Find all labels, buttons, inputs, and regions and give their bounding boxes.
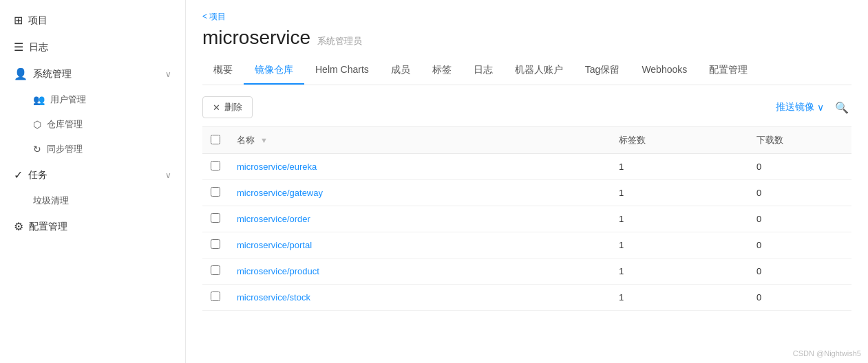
row-downloads-cell: 0 (748, 232, 851, 258)
chevron-down-icon: ∨ (165, 170, 171, 180)
toolbar-left: ✕ 删除 (202, 96, 253, 118)
breadcrumb[interactable]: < 项目 (202, 11, 851, 23)
sidebar-sub-item-label: 仓库管理 (47, 118, 83, 131)
row-checkbox-cell (202, 206, 229, 232)
row-name-cell: microservice/stock (229, 285, 611, 311)
image-name-link[interactable]: microservice/eureka (237, 162, 317, 172)
row-tags-cell: 1 (611, 206, 748, 232)
tab-log[interactable]: 日志 (463, 57, 504, 85)
sidebar-item-task[interactable]: ✓ 任务 ∨ (0, 162, 185, 188)
tab-webhooks[interactable]: Webhooks (631, 57, 698, 85)
sidebar-item-log[interactable]: ☰ 日志 (0, 34, 185, 60)
system-icon: 👤 (14, 67, 28, 80)
row-name-cell: microservice/gateway (229, 180, 611, 206)
table-row: microservice/order 1 0 (202, 206, 851, 232)
row-checkbox-cell (202, 154, 229, 180)
tab-config-mgmt[interactable]: 配置管理 (698, 57, 759, 85)
delete-button[interactable]: ✕ 删除 (202, 96, 253, 118)
image-name-link[interactable]: microservice/stock (237, 292, 310, 302)
search-icon: 🔍 (835, 102, 849, 113)
th-name: 名称 ▼ (229, 127, 611, 154)
config-icon: ⚙ (14, 220, 23, 233)
row-tags-cell: 1 (611, 285, 748, 311)
tab-mirror-repo[interactable]: 镜像仓库 (244, 57, 304, 85)
sidebar-item-label: 任务 (28, 169, 47, 182)
row-name-cell: microservice/eureka (229, 154, 611, 180)
table-row: microservice/product 1 0 (202, 258, 851, 285)
row-tags-cell: 1 (611, 154, 748, 180)
page-subtitle: 系统管理员 (317, 35, 362, 47)
search-button[interactable]: 🔍 (832, 98, 851, 117)
row-name-cell: microservice/product (229, 258, 611, 285)
tab-tag[interactable]: 标签 (421, 57, 463, 85)
sidebar-item-label: 日志 (29, 41, 48, 54)
row-tags-cell: 1 (611, 232, 748, 258)
col-name-label: 名称 (237, 134, 255, 146)
push-mirror-button[interactable]: 推送镜像 ∨ (776, 101, 824, 113)
project-icon: ⊞ (14, 14, 23, 27)
warehouse-icon: ⬡ (33, 119, 41, 130)
table-row: microservice/gateway 1 0 (202, 180, 851, 206)
row-tags-cell: 1 (611, 180, 748, 206)
image-name-link[interactable]: microservice/portal (237, 240, 312, 250)
row-checkbox[interactable] (211, 187, 220, 197)
sidebar-item-warehouse-mgmt[interactable]: ⬡ 仓库管理 (0, 112, 185, 137)
toolbar: ✕ 删除 推送镜像 ∨ 🔍 (202, 96, 851, 118)
sidebar-item-config-mgmt[interactable]: ⚙ 配置管理 (0, 213, 185, 240)
image-name-link[interactable]: microservice/order (237, 214, 310, 224)
sidebar: ⊞ 项目 ☰ 日志 👤 系统管理 ∨ 👥 用户管理 ⬡ 仓库管理 ↻ 同步管理 … (0, 0, 186, 363)
select-all-checkbox[interactable] (211, 135, 220, 144)
sidebar-item-system[interactable]: 👤 系统管理 ∨ (0, 60, 185, 87)
user-mgmt-icon: 👥 (33, 94, 45, 105)
task-icon: ✓ (14, 168, 23, 182)
delete-label: 删除 (224, 101, 242, 113)
row-checkbox[interactable] (211, 213, 220, 223)
row-checkbox[interactable] (211, 292, 220, 301)
tab-member[interactable]: 成员 (380, 57, 421, 85)
row-checkbox-cell (202, 285, 229, 311)
sidebar-item-label: 配置管理 (29, 221, 67, 233)
row-downloads-cell: 0 (748, 180, 851, 206)
filter-icon[interactable]: ▼ (260, 136, 268, 144)
chevron-down-icon: ∨ (165, 69, 171, 79)
table-row: microservice/stock 1 0 (202, 285, 851, 311)
sidebar-item-label: 项目 (28, 14, 47, 27)
row-downloads-cell: 0 (748, 285, 851, 311)
row-checkbox-cell (202, 180, 229, 206)
sidebar-item-user-mgmt[interactable]: 👥 用户管理 (0, 87, 185, 112)
sync-icon: ↻ (33, 144, 41, 155)
sidebar-sub-item-label: 同步管理 (47, 143, 83, 155)
sidebar-item-garbage-clear[interactable]: 垃圾清理 (0, 188, 185, 213)
tab-helm-charts[interactable]: Helm Charts (304, 57, 380, 85)
row-checkbox[interactable] (211, 239, 220, 249)
title-row: microservice 系统管理员 (202, 27, 851, 49)
log-icon: ☰ (14, 41, 23, 54)
sidebar-item-project[interactable]: ⊞ 项目 (0, 7, 185, 34)
row-name-cell: microservice/portal (229, 232, 611, 258)
row-checkbox[interactable] (211, 161, 220, 170)
page-title: microservice (202, 27, 310, 49)
push-label: 推送镜像 (776, 101, 814, 113)
chevron-down-icon: ∨ (817, 102, 824, 113)
watermark: CSDN @Nightwish5 (793, 349, 861, 358)
tab-bar: 概要 镜像仓库 Helm Charts 成员 标签 日志 机器人账户 Tag保留… (202, 57, 851, 85)
sidebar-item-sync-mgmt[interactable]: ↻ 同步管理 (0, 137, 185, 162)
th-checkbox (202, 127, 229, 154)
tab-robot-account[interactable]: 机器人账户 (504, 57, 574, 85)
row-name-cell: microservice/order (229, 206, 611, 232)
row-downloads-cell: 0 (748, 206, 851, 232)
row-downloads-cell: 0 (748, 258, 851, 285)
close-icon: ✕ (213, 102, 220, 113)
image-name-link[interactable]: microservice/product (237, 266, 319, 276)
sidebar-item-label: 系统管理 (33, 68, 72, 80)
tab-overview[interactable]: 概要 (202, 57, 244, 85)
image-name-link[interactable]: microservice/gateway (237, 188, 323, 198)
page-header: < 项目 microservice 系统管理员 概要 镜像仓库 Helm Cha… (186, 0, 868, 85)
toolbar-right: 推送镜像 ∨ 🔍 (776, 98, 851, 117)
row-checkbox[interactable] (211, 265, 220, 275)
tab-tag-reserve[interactable]: Tag保留 (574, 57, 631, 85)
sidebar-sub-item-label: 用户管理 (50, 94, 86, 106)
row-checkbox-cell (202, 258, 229, 285)
sidebar-sub-item-label: 垃圾清理 (33, 195, 69, 207)
row-tags-cell: 1 (611, 258, 748, 285)
